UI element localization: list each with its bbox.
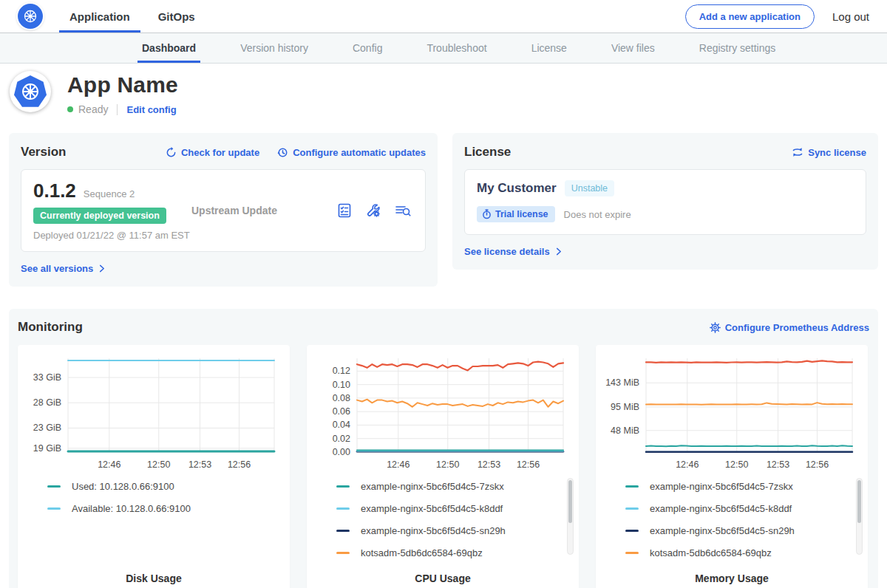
svg-text:0.00: 0.00 [333,447,350,457]
legend-label: example-nginx-5bc6f5d4c5-7zskx [361,481,504,492]
tab-license[interactable]: License [530,33,568,63]
clock-refresh-icon [277,147,288,158]
sync-license-label: Sync license [808,147,866,158]
legend-color-dash [625,552,639,554]
cpu-usage-legend: example-nginx-5bc6f5d4c5-7zskxexample-ng… [307,476,579,567]
svg-text:12:53: 12:53 [767,459,789,470]
svg-text:12:56: 12:56 [517,459,540,470]
legend-scrollbar-thumb[interactable] [568,480,572,523]
disk-usage-legend: Used: 10.128.0.66:9100Available: 10.128.… [18,476,290,567]
edit-config-link[interactable]: Edit config [126,104,176,115]
svg-text:0.08: 0.08 [333,393,350,403]
channel-badge: Unstable [565,180,614,196]
svg-text:0.02: 0.02 [333,434,350,444]
version-number: 0.1.2 [33,180,76,202]
legend-label: example-nginx-5bc6f5d4c5-k8ddf [650,503,792,514]
configure-prometheus-link[interactable]: Configure Prometheus Address [710,322,869,333]
chart-plot: 0.000.020.040.060.080.100.1212:4612:5012… [307,345,579,476]
check-for-update-label: Check for update [181,147,259,158]
svg-text:33 GiB: 33 GiB [33,372,61,383]
legend-label: example-nginx-5bc6f5d4c5-sn29h [361,525,506,536]
legend-label: example-nginx-5bc6f5d4c5-7zskx [650,481,793,492]
tab-troubleshoot[interactable]: Troubleshoot [425,33,488,63]
legend-item: example-nginx-5bc6f5d4c5-k8ddf [336,503,561,514]
tab-version-history[interactable]: Version history [239,33,310,63]
logout-link[interactable]: Log out [832,10,869,23]
legend-item: example-nginx-5bc6f5d4c5-sn29h [336,525,561,536]
svg-text:12:50: 12:50 [147,459,170,470]
app-sub-nav: Dashboard Version history Config Trouble… [0,33,887,64]
svg-text:0.04: 0.04 [333,420,350,430]
tab-registry-settings[interactable]: Registry settings [698,33,777,63]
legend-scrollbar[interactable] [567,478,574,555]
see-all-versions-link[interactable]: See all versions [21,263,106,274]
app-logo-icon [10,71,51,112]
svg-text:12:46: 12:46 [387,459,409,470]
top-tab-application[interactable]: Application [65,0,135,33]
svg-text:19 GiB: 19 GiB [33,443,61,454]
svg-text:0.12: 0.12 [333,366,350,376]
deploy-logs-icon[interactable] [394,202,412,219]
chart-title: Memory Usage [596,572,868,584]
svg-text:28 GiB: 28 GiB [33,397,61,408]
svg-text:23 GiB: 23 GiB [33,423,61,433]
chart-plot: 19 GiB23 GiB28 GiB33 GiB12:4612:5012:531… [18,345,290,476]
memory-usage-chart: 48 MiB95 MiB143 MiB12:4612:5012:5312:56 … [596,345,868,588]
svg-text:12:50: 12:50 [725,459,748,470]
svg-text:48 MiB: 48 MiB [611,425,639,436]
status-text: Ready [78,103,108,115]
configure-automatic-updates-label: Configure automatic updates [293,147,426,158]
version-card: Version Check for update [9,133,438,287]
legend-item: example-nginx-5bc6f5d4c5-7zskx [336,481,561,492]
gear-icon [710,322,721,333]
legend-label: Used: 10.128.0.66:9100 [72,481,174,492]
check-for-update-link[interactable]: Check for update [166,147,259,158]
tab-dashboard[interactable]: Dashboard [140,33,197,63]
chevron-right-icon [554,247,563,256]
legend-scrollbar-thumb[interactable] [857,480,861,523]
svg-text:12:56: 12:56 [806,459,829,470]
configure-automatic-updates-link[interactable]: Configure automatic updates [277,147,426,158]
legend-color-dash [47,507,61,510]
top-tab-gitops-label: GitOps [158,10,195,23]
refresh-icon [166,147,177,158]
chart-title: Disk Usage [18,572,290,584]
page-title: App Name [67,72,178,98]
legend-scrollbar[interactable] [856,478,863,555]
sync-license-link[interactable]: Sync license [792,147,866,158]
upstream-update-label: Upstream Update [191,205,277,216]
legend-item: Used: 10.128.0.66:9100 [47,481,272,492]
legend-color-dash [336,552,350,554]
legend-color-dash [625,507,639,510]
svg-text:12:50: 12:50 [436,459,459,470]
kubernetes-logo-icon[interactable] [18,4,43,29]
legend-label: example-nginx-5bc6f5d4c5-k8ddf [361,503,503,514]
top-tab-application-label: Application [69,10,130,23]
version-card-title: Version [21,145,66,160]
add-application-button[interactable]: Add a new application [685,4,815,29]
legend-label: Available: 10.128.0.66:9100 [72,503,191,514]
tab-config[interactable]: Config [351,33,384,63]
release-notes-icon[interactable] [336,202,353,219]
tab-view-files[interactable]: View files [610,33,656,63]
see-license-details-link[interactable]: See license details [464,246,563,257]
legend-item: example-nginx-5bc6f5d4c5-7zskx [625,481,850,492]
config-wrench-icon[interactable] [365,202,381,219]
status-ready-dot [67,106,73,112]
legend-label: example-nginx-5bc6f5d4c5-sn29h [650,525,795,536]
see-all-versions-label: See all versions [21,263,93,274]
cpu-usage-chart: 0.000.020.040.060.080.100.1212:4612:5012… [307,345,579,588]
legend-label: kotsadm-5db6dc6584-69qbz [361,547,483,558]
memory-usage-legend: example-nginx-5bc6f5d4c5-7zskxexample-ng… [596,476,868,567]
legend-item: example-nginx-5bc6f5d4c5-k8ddf [625,503,850,514]
license-card-title: License [464,145,511,160]
license-expiry: Does not expire [564,209,631,220]
top-nav-tabs: Application GitOps [65,0,219,33]
legend-color-dash [625,530,639,532]
legend-color-dash [336,507,350,510]
configure-prometheus-label: Configure Prometheus Address [725,322,869,333]
monitoring-card: Monitoring Configure Prometheus Address [9,309,878,588]
app-header: App Name Ready Edit config [0,64,887,127]
top-tab-gitops[interactable]: GitOps [154,0,200,33]
svg-text:0.06: 0.06 [333,406,350,417]
